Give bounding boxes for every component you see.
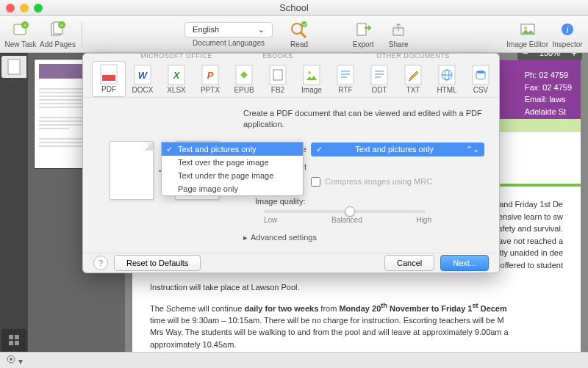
- group-ebooks-label: EBOOKS: [262, 52, 293, 59]
- export-label: Export: [353, 40, 374, 48]
- format-csv[interactable]: CSV: [464, 62, 498, 97]
- svg-rect-21: [101, 65, 117, 84]
- new-task-label: New Task: [4, 40, 36, 48]
- slider-knob[interactable]: [345, 206, 355, 217]
- format-rtf[interactable]: RTF: [329, 62, 362, 97]
- body-line-1: Instruction will take place at Lawson Po…: [150, 281, 563, 294]
- fb2-icon: [269, 65, 287, 84]
- inspector-label: Inspector: [552, 40, 582, 48]
- format-pdf[interactable]: PDF: [92, 61, 126, 97]
- format-epub[interactable]: EPUB: [227, 62, 261, 97]
- export-mode-select[interactable]: ✓ Text and pictures only⌃⌄: [311, 142, 484, 156]
- language-value: English: [193, 25, 219, 34]
- add-pages-icon: +: [48, 20, 67, 39]
- export-button[interactable]: Export: [347, 20, 379, 48]
- format-docx[interactable]: WDOCX: [126, 62, 159, 97]
- docx-icon: W: [134, 65, 151, 84]
- language-selector[interactable]: English⌄ Document Languages: [184, 22, 273, 47]
- svg-point-50: [10, 358, 12, 361]
- read-icon: [290, 20, 309, 39]
- group-other-label: OTHER DOCUMENTS: [376, 52, 450, 59]
- contact-phone: Ph: 02 4759: [525, 69, 572, 82]
- dropdown-option[interactable]: Text under the page image: [162, 169, 303, 182]
- image-editor-button[interactable]: Image Editor: [506, 20, 548, 48]
- quality-slider[interactable]: [264, 210, 426, 213]
- rtf-icon: [337, 65, 354, 84]
- chevron-down-icon: ⌄: [258, 25, 265, 35]
- zoom-value: 150%: [534, 53, 566, 57]
- preview-source-page-icon: [110, 141, 154, 200]
- new-task-icon: +: [11, 20, 30, 39]
- zoom-in-button[interactable]: +: [566, 53, 582, 60]
- pptx-icon: P: [201, 65, 219, 84]
- quality-label: Image quality:: [255, 197, 484, 206]
- compress-checkbox-row[interactable]: Compress images using MRC: [311, 177, 484, 187]
- next-button[interactable]: Next...: [440, 255, 489, 271]
- inspector-button[interactable]: i Inspector: [551, 20, 584, 48]
- chevron-updown-icon: ⌃⌄: [466, 145, 479, 154]
- disclosure-triangle-icon: ▸: [243, 233, 248, 242]
- compress-checkbox[interactable]: [311, 177, 320, 187]
- svg-point-9: [301, 21, 307, 27]
- xlsx-icon: X: [168, 65, 185, 84]
- svg-rect-34: [337, 65, 354, 84]
- dropdown-option[interactable]: Text and pictures only: [162, 142, 303, 156]
- format-html[interactable]: HTML: [430, 62, 464, 97]
- format-fb2[interactable]: FB2: [261, 62, 295, 97]
- svg-rect-32: [304, 65, 320, 84]
- svg-point-48: [476, 71, 485, 73]
- contact-addr: Adelaide St: [525, 106, 572, 118]
- image-editor-icon: [518, 20, 537, 39]
- page-tab[interactable]: [1, 56, 26, 78]
- dialog-footer: ? Reset to Defaults Cancel Next...: [83, 253, 499, 273]
- svg-text:+: +: [24, 22, 27, 29]
- zoom-control: − 150% +: [517, 53, 582, 60]
- gear-icon[interactable]: ▾: [6, 354, 23, 367]
- svg-rect-10: [357, 24, 366, 35]
- contact-email: Email: laws: [525, 93, 572, 106]
- advanced-settings-toggle[interactable]: ▸Advanced settings: [243, 233, 484, 242]
- new-task-button[interactable]: + New Task: [4, 20, 37, 48]
- share-button[interactable]: Share: [382, 20, 415, 48]
- format-txt[interactable]: TXT: [396, 62, 430, 97]
- body-line-3: time will be 9:30am – 10:15am. There wil…: [150, 314, 563, 327]
- add-pages-button[interactable]: + Add Pages: [40, 20, 76, 48]
- zoom-out-button[interactable]: −: [517, 53, 534, 60]
- svg-point-7: [292, 24, 302, 34]
- svg-rect-16: [8, 59, 20, 74]
- svg-rect-19: [9, 341, 13, 345]
- contact-fax: Fax: 02 4759: [525, 82, 572, 94]
- txt-icon: [404, 65, 422, 84]
- main-toolbar: + New Task + Add Pages English⌄ Document…: [0, 16, 588, 53]
- svg-text:W: W: [138, 70, 148, 81]
- svg-rect-20: [15, 341, 19, 345]
- svg-text:+: +: [60, 22, 64, 29]
- body-line-4: Mrs Way. The students will be walking to…: [150, 326, 563, 339]
- svg-point-33: [308, 71, 311, 74]
- group-office-label: MICROSOFT OFFICE: [140, 52, 212, 59]
- export-icon: [354, 20, 373, 39]
- export-options: Create a PDF document that can be viewed…: [243, 108, 484, 242]
- format-bar: . PDF MICROSOFT OFFICE WDOCX XXLSX PPPTX…: [83, 54, 499, 98]
- format-image[interactable]: Image: [295, 62, 329, 97]
- svg-text:X: X: [173, 70, 181, 81]
- dropdown-option[interactable]: Text over the page image: [162, 156, 303, 169]
- help-button[interactable]: ?: [93, 256, 108, 270]
- status-bar: ▾: [0, 352, 588, 368]
- cancel-button[interactable]: Cancel: [384, 255, 434, 271]
- pdf-icon: [100, 65, 118, 84]
- body-line-2: The Scheme will continue daily for two w…: [150, 301, 563, 314]
- format-pptx[interactable]: PPPTX: [193, 62, 227, 97]
- format-odt[interactable]: ODT: [362, 62, 396, 97]
- read-button[interactable]: Read: [283, 20, 315, 48]
- reset-defaults-button[interactable]: Reset to Defaults: [114, 255, 201, 271]
- svg-rect-17: [9, 335, 13, 339]
- odt-icon: [370, 65, 388, 84]
- dropdown-option[interactable]: Page image only: [162, 182, 303, 195]
- grid-tab[interactable]: [1, 329, 26, 351]
- format-xlsx[interactable]: XXLSX: [159, 62, 193, 97]
- image-icon: [303, 65, 320, 84]
- svg-rect-18: [15, 335, 19, 339]
- export-dialog: . PDF MICROSOFT OFFICE WDOCX XXLSX PPPTX…: [82, 53, 500, 273]
- svg-rect-30: [270, 65, 286, 84]
